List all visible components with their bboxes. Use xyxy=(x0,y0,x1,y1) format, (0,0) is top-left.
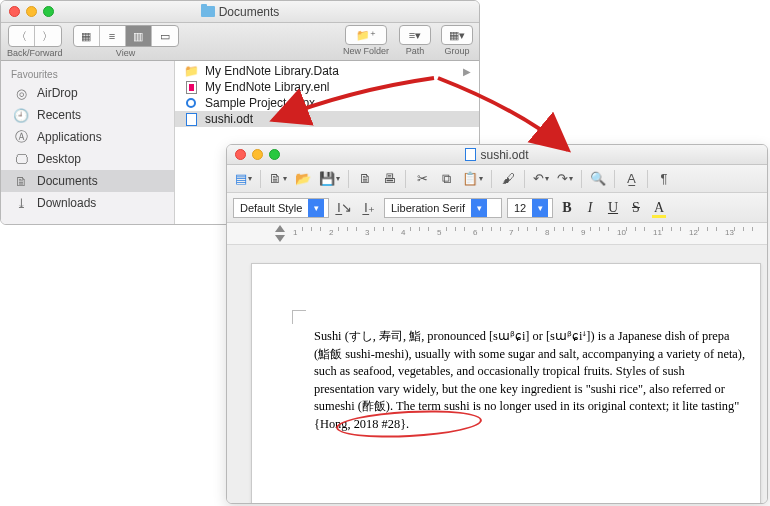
view-label: View xyxy=(116,48,135,58)
zoom-icon[interactable] xyxy=(269,149,280,160)
ruler-number: 11 xyxy=(653,228,662,237)
folder-icon xyxy=(201,6,215,17)
copy-button[interactable]: ⧉ xyxy=(436,169,456,189)
paragraph-style-combo[interactable]: Default Style ▾ xyxy=(233,198,329,218)
ruler-number: 10 xyxy=(617,228,626,237)
file-row[interactable]: sushi.odt xyxy=(175,111,479,127)
editor-title-text: sushi.odt xyxy=(480,148,528,162)
back-button[interactable]: 〈 xyxy=(9,26,35,46)
chevron-right-icon: ▶ xyxy=(463,66,471,77)
back-forward-label: Back/Forward xyxy=(7,48,63,58)
page-area: Sushi (すし, 寿司, 鮨, pronounced [sɯᵝɕi] or … xyxy=(227,245,767,503)
back-forward-group: 〈 〉 Back/Forward xyxy=(7,25,63,58)
underline-button[interactable]: U xyxy=(604,199,622,217)
view-list-button[interactable]: ≡ xyxy=(100,26,126,46)
minimize-icon[interactable] xyxy=(26,6,37,17)
find-button[interactable]: 🔍 xyxy=(588,169,608,189)
view-gallery-button[interactable]: ▭ xyxy=(152,26,178,46)
editor-toolbar-main: ▤ 🗎 📂 💾 🗎 🖶 ✂ ⧉ 📋 🖌 ↶ ↷ 🔍 A̲ ¶ xyxy=(227,165,767,193)
apps-icon: Ⓐ xyxy=(13,129,29,145)
close-icon[interactable] xyxy=(235,149,246,160)
folder-icon: 📁 xyxy=(183,64,199,78)
font-size-combo[interactable]: 12 ▾ xyxy=(507,198,553,218)
ruler-number: 4 xyxy=(401,228,405,237)
document-text[interactable]: Sushi (すし, 寿司, 鮨, pronounced [sɯᵝɕi] or … xyxy=(314,328,748,434)
ruler-number: 9 xyxy=(581,228,585,237)
sidebar-item-applications[interactable]: Ⓐ Applications xyxy=(1,126,174,148)
spellcheck-button[interactable]: A̲ xyxy=(621,169,641,189)
ruler-number: 1 xyxy=(293,228,297,237)
file-name: sushi.odt xyxy=(205,112,253,126)
export-pdf-button[interactable]: 🗎 xyxy=(355,169,375,189)
chevron-down-icon: ▾ xyxy=(471,199,487,217)
view-group: ▦ ≡ ▥ ▭ View xyxy=(73,25,179,58)
file-row[interactable]: 📁 My EndNote Library.Data ▶ xyxy=(175,63,479,79)
save-button[interactable]: 💾 xyxy=(317,169,342,189)
sidebar-item-recents[interactable]: 🕘 Recents xyxy=(1,104,174,126)
formatting-marks-button[interactable]: ¶ xyxy=(654,169,674,189)
redo-button[interactable]: ↷ xyxy=(555,169,575,189)
path-button[interactable]: ≡▾ xyxy=(399,25,431,45)
combo-value: Default Style xyxy=(234,202,308,214)
sidebar-item-downloads[interactable]: ⤓ Downloads xyxy=(1,192,174,214)
ruler-number: 8 xyxy=(545,228,549,237)
italic-button[interactable]: I xyxy=(581,199,599,217)
window-title: Documents xyxy=(1,5,479,19)
downloads-icon: ⤓ xyxy=(13,195,29,211)
airdrop-icon: ◎ xyxy=(13,85,29,101)
sidebar-toggle-button[interactable]: ▤ xyxy=(233,169,254,189)
indent-top-handle-icon[interactable] xyxy=(275,225,285,232)
finder-sidebar: Favourites ◎ AirDrop 🕘 Recents Ⓐ Applica… xyxy=(1,61,175,224)
sidebar-item-label: Applications xyxy=(37,130,102,144)
desktop-icon: 🖵 xyxy=(13,151,29,167)
odt-icon xyxy=(465,148,476,161)
new-style-button[interactable]: I̲₊ xyxy=(359,198,379,218)
cut-button[interactable]: ✂ xyxy=(412,169,432,189)
new-folder-button[interactable]: 📁⁺ xyxy=(345,25,387,45)
forward-button[interactable]: 〉 xyxy=(35,26,61,46)
zoom-icon[interactable] xyxy=(43,6,54,17)
finder-titlebar: Documents xyxy=(1,1,479,23)
font-name-combo[interactable]: Liberation Serif ▾ xyxy=(384,198,502,218)
close-icon[interactable] xyxy=(9,6,20,17)
ruler-number: 3 xyxy=(365,228,369,237)
open-button[interactable]: 📂 xyxy=(293,169,313,189)
file-row[interactable]: Sample Project.nvpx xyxy=(175,95,479,111)
body-text: Sushi (すし, 寿司, 鮨, pronounced [sɯᵝɕi] or … xyxy=(314,329,745,413)
citation-field[interactable]: {Hong, 2018 #28}. xyxy=(314,417,409,431)
ruler-number: 5 xyxy=(437,228,441,237)
file-name: Sample Project.nvpx xyxy=(205,96,315,110)
finder-toolbar: 〈 〉 Back/Forward ▦ ≡ ▥ ▭ View 📁⁺ New Fol… xyxy=(1,23,479,61)
minimize-icon[interactable] xyxy=(252,149,263,160)
view-columns-button[interactable]: ▥ xyxy=(126,26,152,46)
group-button[interactable]: ▦▾ xyxy=(441,25,473,45)
new-folder-label: New Folder xyxy=(343,46,389,56)
sidebar-item-desktop[interactable]: 🖵 Desktop xyxy=(1,148,174,170)
document-page[interactable]: Sushi (すし, 寿司, 鮨, pronounced [sɯᵝɕi] or … xyxy=(251,263,761,503)
path-group: ≡▾ Path xyxy=(399,25,431,56)
path-label: Path xyxy=(406,46,425,56)
chevron-down-icon: ▾ xyxy=(532,199,548,217)
indent-bottom-handle-icon[interactable] xyxy=(275,235,285,242)
new-doc-button[interactable]: 🗎 xyxy=(267,169,289,189)
strikethrough-button[interactable]: S xyxy=(627,199,645,217)
print-button[interactable]: 🖶 xyxy=(379,169,399,189)
window-controls xyxy=(9,6,54,17)
file-row[interactable]: My EndNote Library.enl xyxy=(175,79,479,95)
paste-button[interactable]: 📋 xyxy=(460,169,485,189)
ruler[interactable]: 12345678910111213 xyxy=(227,223,767,245)
sidebar-item-label: AirDrop xyxy=(37,86,78,100)
sidebar-item-documents[interactable]: 🗎 Documents xyxy=(1,170,174,192)
file-name: My EndNote Library.Data xyxy=(205,64,339,78)
update-style-button[interactable]: I̲↘ xyxy=(334,198,354,218)
group-label: Group xyxy=(444,46,469,56)
ruler-number: 13 xyxy=(725,228,734,237)
highlight-button[interactable]: A xyxy=(650,199,668,217)
view-icons-button[interactable]: ▦ xyxy=(74,26,100,46)
undo-button[interactable]: ↶ xyxy=(531,169,551,189)
sidebar-header: Favourites xyxy=(1,65,174,82)
sidebar-item-airdrop[interactable]: ◎ AirDrop xyxy=(1,82,174,104)
clone-format-button[interactable]: 🖌 xyxy=(498,169,518,189)
bold-button[interactable]: B xyxy=(558,199,576,217)
ruler-number: 7 xyxy=(509,228,513,237)
